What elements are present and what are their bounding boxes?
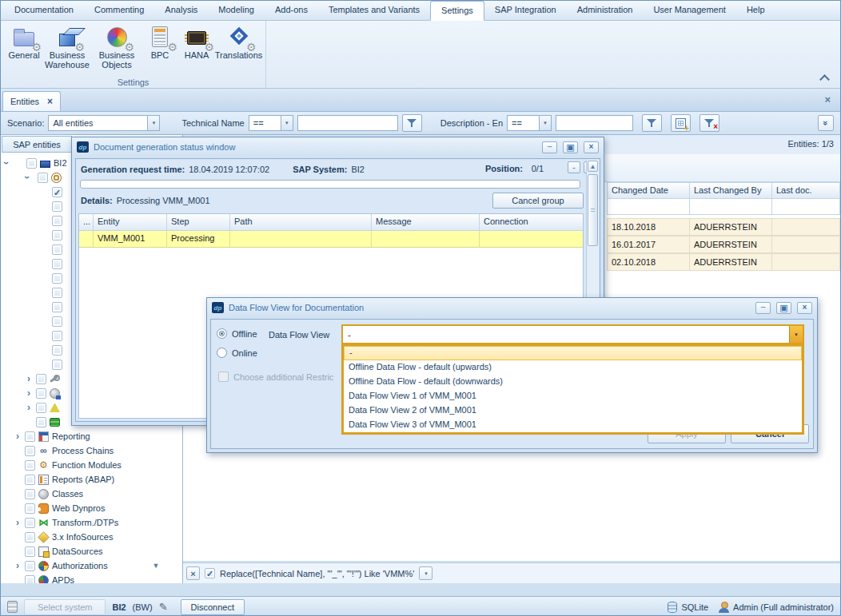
table-cell[interactable]: ADUERRSTEIN [690, 236, 772, 253]
dropdown-option[interactable]: - [344, 346, 802, 360]
menu-administration[interactable]: Administration [567, 1, 644, 20]
tree-item-classes[interactable]: Classes [14, 487, 83, 501]
filter-funnel-button[interactable] [402, 114, 422, 132]
checkbox[interactable] [25, 475, 35, 485]
checkbox[interactable] [25, 532, 35, 542]
scrollbar-thumb[interactable] [588, 174, 598, 246]
checkbox[interactable] [25, 503, 35, 514]
menu-user-management[interactable]: User Management [643, 1, 736, 20]
dropdown-option[interactable]: Data Flow View 3 of VMM_M001 [344, 418, 802, 432]
menu-sap-integration[interactable]: SAP Integration [484, 1, 567, 20]
chevron-down-icon[interactable] [281, 116, 293, 130]
dialog-titlebar[interactable]: dp Data Flow View for Documentation [207, 298, 817, 317]
restore-icon[interactable] [563, 141, 578, 153]
business-warehouse-button[interactable]: Business Warehouse [42, 23, 92, 70]
menu-help[interactable]: Help [736, 1, 775, 20]
tree-item-function-modules[interactable]: Function Modules [14, 458, 122, 472]
menu-add-ons[interactable]: Add-ons [265, 1, 318, 20]
checkbox[interactable] [36, 388, 46, 399]
column-header-path[interactable]: Path [230, 214, 372, 231]
table-cell[interactable] [772, 236, 840, 253]
checkbox[interactable] [52, 230, 62, 240]
tree-node[interactable] [52, 314, 62, 328]
tree-node[interactable] [52, 213, 62, 228]
tree-node-hierarchy[interactable] [36, 415, 60, 429]
checkbox[interactable] [36, 374, 46, 384]
tree-item-reports-abap[interactable]: Reports (ABAP) [14, 472, 114, 487]
general-button[interactable]: General [6, 23, 42, 61]
column-header-last-doc[interactable]: Last doc. [772, 182, 840, 199]
offline-radio-row[interactable]: Offline [217, 328, 257, 339]
tree-node-infoproviders[interactable] [23, 170, 62, 185]
column-header[interactable]: ... [79, 214, 94, 231]
ribbon-collapse-button[interactable] [819, 74, 829, 81]
table-cell[interactable]: ADUERRSTEIN [690, 218, 772, 236]
column-header-message[interactable]: Message [372, 214, 480, 231]
technical-name-operator-combo[interactable]: == [249, 115, 293, 131]
cancel-group-button[interactable]: Cancel group [492, 193, 584, 209]
table-cell[interactable]: 02.10.2018 [607, 253, 690, 271]
tree-item-datasources[interactable]: DataSources [14, 544, 103, 558]
log-icon[interactable] [7, 601, 18, 613]
table-cell[interactable]: 16.01.2017 [607, 236, 690, 253]
tree-node[interactable] [52, 256, 62, 271]
filter-enabled-checkbox[interactable] [205, 568, 215, 578]
tree-node[interactable] [52, 328, 62, 343]
minimize-icon[interactable] [755, 302, 771, 314]
checkbox[interactable] [52, 331, 62, 341]
menu-commenting[interactable]: Commenting [84, 1, 154, 20]
select-system-button[interactable]: Select system [24, 599, 106, 615]
tree-item-reporting[interactable]: Reporting [14, 429, 90, 443]
column-header-last-changed-by[interactable]: Last Changed By [690, 182, 772, 199]
close-icon[interactable] [797, 302, 812, 314]
auto-filter-cell[interactable] [607, 198, 690, 215]
tree-item-transformations[interactable]: Transform./DTPs [14, 515, 118, 530]
tab-entities[interactable]: Entities [2, 91, 61, 111]
checkbox[interactable] [52, 216, 62, 226]
menu-modeling[interactable]: Modeling [208, 1, 265, 20]
chevron-down-icon[interactable] [789, 326, 803, 343]
checkbox[interactable] [25, 489, 35, 499]
dialog-titlebar[interactable]: dp Document generation status window [72, 137, 604, 157]
tabstrip-close-icon[interactable] [824, 94, 831, 105]
checkbox[interactable] [25, 460, 35, 471]
checkbox[interactable] [38, 173, 48, 183]
table-row[interactable]: VMM_M001 Processing [79, 231, 583, 248]
checkbox[interactable] [52, 244, 62, 255]
sap-entities-tab[interactable]: SAP entities [2, 136, 72, 153]
checkbox[interactable] [25, 431, 35, 442]
tree-node[interactable] [52, 285, 62, 300]
checkbox[interactable] [52, 201, 62, 212]
tree-node[interactable] [52, 271, 62, 285]
tree-node[interactable] [52, 242, 62, 256]
column-header-changed-date[interactable]: Changed Date [607, 182, 690, 199]
scroll-up-icon[interactable] [588, 161, 598, 172]
tree-node[interactable] [52, 228, 62, 242]
checkbox[interactable] [36, 417, 46, 427]
technical-name-input[interactable] [297, 115, 398, 131]
tree-root-bi2[interactable]: BI2 [2, 156, 67, 170]
tree-node[interactable] [52, 343, 62, 357]
dropdown-option[interactable]: Data Flow View 1 of VMM_M001 [344, 389, 802, 403]
checkbox[interactable] [26, 158, 37, 169]
translations-button[interactable]: Translations [215, 23, 262, 61]
checkbox[interactable] [52, 302, 62, 312]
checkbox[interactable] [25, 446, 35, 456]
auto-filter-cell[interactable] [772, 198, 840, 215]
expander-icon[interactable] [2, 159, 10, 167]
tree-node-aggregates[interactable] [25, 400, 60, 415]
tree-item-authorizations[interactable]: Authorizations [14, 558, 108, 573]
checkbox[interactable] [52, 316, 62, 327]
row-minimize-button[interactable]: - [568, 161, 580, 173]
offline-radio[interactable] [217, 328, 227, 339]
dropdown-option[interactable]: Offline Data Flow - default (downwards) [344, 375, 802, 389]
chevron-down-icon[interactable] [539, 116, 551, 130]
tree-item-web-dynpros[interactable]: Web Dynpros [14, 501, 105, 515]
checkbox[interactable] [25, 575, 35, 584]
tree-item-process-chains[interactable]: Process Chains [14, 443, 114, 458]
restore-icon[interactable] [776, 302, 791, 314]
description-operator-combo[interactable]: == [507, 115, 552, 131]
disconnect-button[interactable]: Disconnect [181, 599, 245, 615]
menu-settings[interactable]: Settings [430, 1, 484, 21]
menu-analysis[interactable]: Analysis [154, 1, 208, 20]
